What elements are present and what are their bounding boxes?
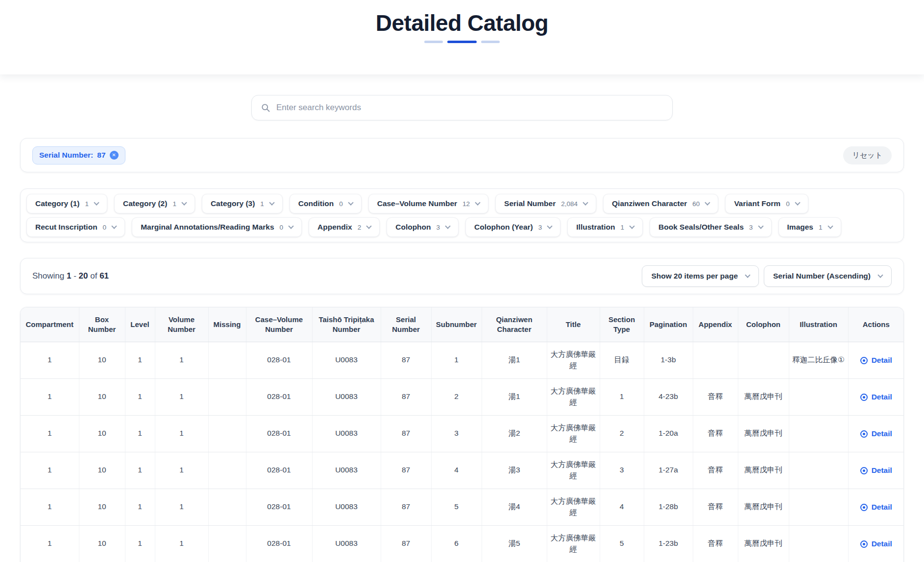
search-input[interactable] (276, 103, 663, 113)
active-filters-card: Serial Number: 87 ✕ リセット (20, 138, 904, 172)
page-size-select[interactable]: Show 20 items per page (642, 265, 759, 287)
detail-eye-icon (860, 430, 868, 438)
table-cell: 4 (600, 489, 644, 525)
of-label: of (90, 271, 97, 281)
column-header: Missing (208, 307, 246, 342)
chevron-down-icon (705, 200, 710, 205)
filter-pill[interactable]: Marginal Annotations/Reading Marks 0 (132, 217, 302, 237)
detail-link[interactable]: Detail (860, 539, 892, 549)
filter-pill-count: 0 (339, 200, 343, 208)
filter-pill[interactable]: Images 1 (778, 217, 841, 237)
column-header: Qianziwen Character (482, 307, 547, 342)
filter-card: Category (1) 1 Category (2) 1 Category (… (20, 188, 904, 242)
chip-close-icon[interactable]: ✕ (110, 151, 119, 160)
table-cell: 釋迦二比丘像① (789, 342, 848, 378)
page-size-label: Show 20 items per page (651, 272, 738, 281)
table-cell: 湯1 (482, 342, 547, 378)
sort-select[interactable]: Serial Number (Ascending) (764, 265, 892, 287)
column-header: Volume Number (155, 307, 208, 342)
table-body: 11011028-01U0083871湯1大方廣佛華嚴經目録1-3b釋迦二比丘像… (21, 342, 904, 562)
filter-pill-count: 0 (786, 200, 790, 208)
column-header: Box Number (79, 307, 125, 342)
table-cell: 1 (21, 378, 79, 415)
table-cell (789, 452, 848, 489)
table-cell: 湯4 (482, 489, 547, 525)
table-cell: 萬曆戊申刊 (738, 452, 789, 489)
table-cell: U0083 (312, 378, 381, 415)
table-cell: 1 (125, 378, 155, 415)
table-cell-actions: Detail (848, 489, 904, 525)
table-cell: 1 (21, 525, 79, 562)
filter-row-2: Recut Inscription 0 Marginal Annotations… (26, 217, 898, 237)
filter-pill[interactable]: Recut Inscription 0 (26, 217, 125, 237)
table-cell: 1 (155, 378, 208, 415)
filter-pill[interactable]: Illustration 1 (567, 217, 643, 237)
filter-pill[interactable]: Colophon (Year) 3 (465, 217, 560, 237)
filter-pill-count: 3 (437, 224, 440, 231)
table-cell: 028-01 (246, 489, 312, 525)
filter-pill[interactable]: Category (1) 1 (26, 194, 107, 213)
table-cell: 1 (155, 415, 208, 452)
filter-pill[interactable]: Condition 0 (290, 194, 362, 213)
active-filter-chip[interactable]: Serial Number: 87 ✕ (32, 146, 125, 164)
filter-pill[interactable]: Book Seals/Other Seals 3 (650, 217, 772, 237)
chevron-down-icon (475, 200, 480, 205)
table-row: 11011028-01U0083872湯1大方廣佛華嚴經14-23b音釋萬曆戊申… (21, 378, 904, 415)
table-cell: 10 (79, 489, 125, 525)
column-header: Case–Volume Number (246, 307, 312, 342)
filter-pill-label: Category (2) (123, 199, 167, 208)
detail-link[interactable]: Detail (860, 428, 892, 439)
chevron-down-icon (366, 223, 372, 229)
table-cell (208, 525, 246, 562)
filter-pill-label: Marginal Annotations/Reading Marks (141, 223, 274, 232)
table-cell: 3 (600, 452, 644, 489)
table-cell: 1 (125, 489, 155, 525)
reset-button[interactable]: リセット (843, 146, 892, 164)
table-cell-actions: Detail (848, 342, 904, 378)
filter-pill[interactable]: Case–Volume Number 12 (368, 194, 488, 213)
range-start: 1 (67, 271, 71, 281)
filter-pill[interactable]: Category (2) 1 (114, 194, 195, 213)
detail-label: Detail (872, 539, 892, 549)
detail-eye-icon (860, 467, 868, 474)
table-cell: U0083 (312, 415, 381, 452)
table-cell: 萬曆戊申刊 (738, 415, 789, 452)
detail-link[interactable]: Detail (860, 392, 892, 402)
table-cell (693, 342, 738, 378)
detail-eye-icon (860, 504, 868, 511)
underline-segment (447, 41, 477, 43)
table-cell: 1-28b (644, 489, 693, 525)
detail-link[interactable]: Detail (860, 502, 892, 513)
chevron-down-icon (629, 223, 634, 229)
filter-pill-count: 1 (172, 200, 176, 208)
chevron-down-icon (288, 223, 293, 229)
table-cell: U0083 (312, 489, 381, 525)
table-cell (208, 378, 246, 415)
filter-pill[interactable]: Variant Form 0 (725, 194, 808, 213)
chevron-down-icon (94, 200, 99, 205)
detail-link[interactable]: Detail (860, 465, 892, 476)
table-cell: 湯5 (482, 525, 547, 562)
filter-pill[interactable]: Colophon 3 (387, 217, 459, 237)
table-cell: 1 (155, 489, 208, 525)
filter-pill-label: Appendix (317, 223, 352, 232)
filter-pill[interactable]: Appendix 2 (309, 217, 380, 237)
filter-pill-label: Images (787, 223, 813, 232)
showing-prefix: Showing (32, 271, 64, 281)
detail-link[interactable]: Detail (860, 355, 892, 366)
table-cell: 1 (125, 415, 155, 452)
filter-pill[interactable]: Serial Number 2,084 (495, 194, 596, 213)
table-cell: 目録 (600, 342, 644, 378)
table-cell: 1 (125, 452, 155, 489)
table-cell: 028-01 (246, 378, 312, 415)
detail-label: Detail (872, 502, 892, 513)
filter-pill-label: Illustration (576, 223, 615, 232)
column-header: Level (125, 307, 155, 342)
column-header: Serial Number (381, 307, 431, 342)
table-cell (208, 415, 246, 452)
table-cell: 10 (79, 342, 125, 378)
filter-pill[interactable]: Category (3) 1 (202, 194, 283, 213)
filter-pill-count: 1 (621, 224, 625, 231)
filter-pill[interactable]: Qianziwen Character 60 (603, 194, 718, 213)
search-section (20, 95, 904, 120)
